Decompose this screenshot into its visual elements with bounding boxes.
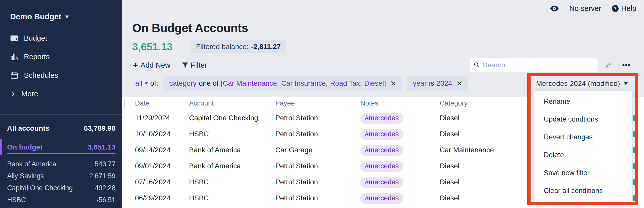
search-input[interactable] [483,61,594,69]
sidebar-account-bank-of-america[interactable]: Bank of America 543.77 [0,158,122,170]
filter-label: Filter [191,61,207,69]
menu-item-update-conditions[interactable]: Update condtions [534,110,632,128]
sidebar-item-label: More [21,90,38,98]
col-header-account[interactable]: Account [189,99,275,107]
sidebar-item-label: Budget [24,34,47,42]
cell-date: 09/14/2024 [135,146,189,154]
collapse-transactions-icon[interactable] [605,62,612,68]
filter-conditions-bar: all of: category one of [ Car Maintenanc… [135,76,468,91]
account-balance: 543.77 [95,160,115,168]
more-options-icon[interactable] [622,64,630,66]
cell-payee: Petrol Station [275,194,360,202]
cell-date: 11/29/2024 [135,114,189,122]
cell-payee: Car Garage [275,146,360,154]
condition-year[interactable]: year is 2024 [407,76,468,91]
sidebar-item-reports[interactable]: Reports [0,50,122,63]
menu-item-clear-all-conditions[interactable]: Clear all conditions [534,182,632,200]
chevron-down-icon [65,16,69,18]
add-new-button[interactable]: + Add New [133,60,171,70]
sidebar: Demo Budget Budget Reports Schedules [0,0,122,208]
note-tag: #mercedes [360,129,403,140]
account-name: Ally Savings [7,172,44,180]
on-budget-balance: 3,651.13 [88,143,115,151]
search-box [470,58,598,72]
separator: , [326,79,328,87]
sidebar-item-on-budget[interactable]: On budget 3,651.13 [0,143,122,152]
saved-filter-dropdown[interactable]: Mercedes 2024 (modified) [527,77,637,90]
sidebar-account-hsbc[interactable]: HSBC -56.51 [0,194,122,206]
server-status[interactable]: No server [569,4,601,13]
budget-switcher[interactable]: Demo Budget [10,12,69,21]
sidebar-item-more[interactable]: More [0,87,122,100]
select-all-checkbox[interactable] [124,99,125,108]
col-header-payee[interactable]: Payee [275,99,360,107]
filter-button[interactable]: Filter [182,61,207,69]
remove-condition-icon[interactable] [391,81,396,86]
cell-notes: #mercedes [360,177,440,188]
all-accounts-balance: 63,789.98 [84,124,115,132]
condition-value: Car Maintenance [223,79,277,87]
sidebar-item-all-accounts[interactable]: All accounts 63,789.98 [0,124,122,133]
help-button[interactable]: ? Help [612,4,636,13]
note-tag: #mercedes [360,145,403,156]
on-budget-underline [7,153,115,154]
sidebar-item-schedules[interactable]: Schedules [0,69,122,82]
note-tag: #mercedes [360,161,403,172]
wallet-icon [10,35,18,41]
menu-item-revert-changes[interactable]: Revert changes [534,128,632,146]
note-tag: #mercedes [360,177,403,188]
privacy-eye-icon[interactable] [550,6,559,11]
note-tag: #mercedes [360,193,403,204]
condition-value: Diesel [364,79,384,87]
account-balance: 492.28 [95,184,115,192]
condition-category[interactable]: category one of [ Car Maintenance, Car I… [163,76,402,91]
search-group [470,58,630,72]
cell-date: 07/16/2024 [135,178,189,186]
sidebar-account-ally-savings[interactable]: Ally Savings 2,671.59 [0,170,122,182]
menu-item-rename[interactable]: Rename [534,93,632,110]
col-header-notes[interactable]: Notes [360,99,440,107]
cell-account: Bank of America [189,162,275,170]
saved-filter-menu: Rename Update condtions Revert changes D… [533,91,633,202]
condition-verb: one of [199,79,219,87]
cell-account: Capital One Checking [189,114,275,122]
bracket-close: ] [384,79,386,87]
operator-value: all [135,79,142,87]
chevron-down-icon [145,82,148,85]
page-title: On Budget Accounts [132,21,248,35]
menu-item-save-new-filter[interactable]: Save new filter [534,164,632,182]
total-balance: 3,651.13 [132,41,173,53]
account-balance: -56.51 [96,196,115,204]
account-name: HSBC [7,196,26,204]
remove-condition-icon[interactable] [457,81,462,86]
all-accounts-label: All accounts [7,124,49,132]
sidebar-divider [0,114,122,115]
toolbar: + Add New Filter [133,58,207,72]
sidebar-item-label: Reports [24,53,50,61]
conditions-operator[interactable]: all of: [135,79,158,87]
separator: , [277,79,279,87]
help-label: Help [621,4,636,13]
cell-payee: Petrol Station [275,130,360,138]
cell-notes: #mercedes [360,161,440,172]
cell-notes: #mercedes [360,113,440,124]
separator: , [360,79,362,87]
condition-field: category [169,79,196,87]
col-header-date[interactable]: Date [135,99,189,107]
table-row-partial [122,206,644,208]
filtered-balance-badge: Filtered balance: -2,811.27 [191,40,286,53]
cell-notes: #mercedes [360,129,440,140]
cell-account: HSBC [189,178,275,186]
balance-row: 3,651.13 Filtered balance: -2,811.27 [132,40,286,53]
topbar: No server ? Help [550,2,636,15]
cell-account: HSBC [189,194,275,202]
sidebar-item-budget[interactable]: Budget [0,32,122,44]
sidebar-nav: Budget Reports Schedules More [0,32,122,106]
plus-icon: + [133,60,138,70]
operator-suffix: of: [150,79,158,87]
menu-item-delete[interactable]: Delete [534,146,632,164]
account-name: Capital One Checking [7,184,73,192]
saved-filter-name: Mercedes 2024 (modified) [536,79,620,88]
bar-chart-icon [10,53,18,60]
sidebar-account-capital-one-checking[interactable]: Capital One Checking 492.28 [0,182,122,194]
